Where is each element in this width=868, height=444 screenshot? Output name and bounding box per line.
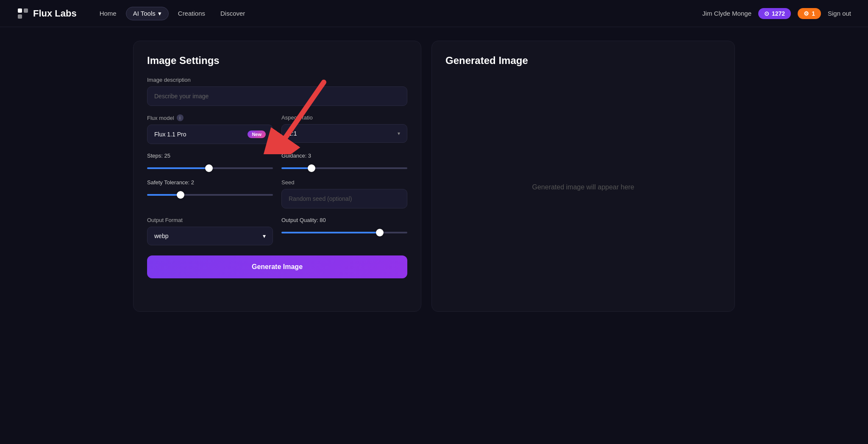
steps-col: Steps: 25 xyxy=(147,153,273,179)
steps-slider-container xyxy=(147,163,273,171)
flux-model-label: Flux model i xyxy=(147,114,273,121)
image-settings-panel: Image Settings Image description Flux mo… xyxy=(133,41,421,312)
safety-slider-container xyxy=(147,190,273,197)
output-row: Output Format webp ▾ Output Quality: 80 xyxy=(147,217,407,245)
chevron-down-icon: ▾ xyxy=(263,233,266,239)
logo[interactable]: Flux Labs xyxy=(17,8,77,19)
output-format-select[interactable]: webp ▾ xyxy=(147,227,273,245)
flux-model-select[interactable]: Flux 1.1 Pro New xyxy=(147,125,273,144)
svg-rect-2 xyxy=(18,14,22,19)
navbar: Flux Labs Home AI Tools ▾ Creations Disc… xyxy=(0,0,868,27)
nav-right: Jim Clyde Monge ⊙ 1272 ⚙ 1 Sign out xyxy=(702,8,851,19)
aspect-ratio-col: Aspect Ratio 1:1 ▾ xyxy=(281,114,407,153)
safety-col: Safety Tolerance: 2 xyxy=(147,179,273,208)
guidance-slider[interactable] xyxy=(281,167,407,169)
output-quality-slider[interactable] xyxy=(281,232,407,233)
generated-panel-title: Generated Image xyxy=(445,55,721,67)
output-quality-label: Output Quality: 80 xyxy=(281,217,407,223)
safety-seed-row: Safety Tolerance: 2 Seed xyxy=(147,179,407,208)
new-badge: New xyxy=(248,130,266,138)
steps-label: Steps: 25 xyxy=(147,153,273,159)
safety-slider[interactable] xyxy=(147,194,273,196)
aspect-ratio-select[interactable]: 1:1 ▾ xyxy=(281,124,407,143)
signout-button[interactable]: Sign out xyxy=(828,10,851,17)
generated-placeholder: Generated image will appear here xyxy=(445,77,721,298)
chevron-down-icon: ▾ xyxy=(158,10,161,17)
nav-discover[interactable]: Discover xyxy=(214,7,251,19)
credits-badge[interactable]: ⊙ 1272 xyxy=(758,8,791,19)
output-quality-col: Output Quality: 80 xyxy=(281,217,407,245)
nav-creations[interactable]: Creations xyxy=(172,7,211,19)
bell-icon: ⚙ xyxy=(804,10,809,17)
output-format-col: Output Format webp ▾ xyxy=(147,217,273,245)
generated-image-panel: Generated Image Generated image will app… xyxy=(431,41,735,312)
nav-links: Home AI Tools ▾ Creations Discover xyxy=(94,7,702,20)
output-quality-slider-container xyxy=(281,228,407,235)
guidance-col: Guidance: 3 xyxy=(281,153,407,179)
flux-model-col: Flux model i Flux 1.1 Pro New xyxy=(147,114,273,153)
username: Jim Clyde Monge xyxy=(702,10,751,17)
svg-rect-1 xyxy=(24,8,28,13)
model-ratio-row: Flux model i Flux 1.1 Pro New Aspect Rat… xyxy=(147,114,407,153)
image-description-input[interactable] xyxy=(147,86,407,106)
credits-count: 1272 xyxy=(772,10,785,17)
generate-button[interactable]: Generate Image xyxy=(147,255,407,278)
image-description-label: Image description xyxy=(147,77,407,83)
nav-home[interactable]: Home xyxy=(94,7,122,19)
steps-slider[interactable] xyxy=(147,167,273,169)
panel-title: Image Settings xyxy=(147,55,407,67)
nav-ai-tools[interactable]: AI Tools ▾ xyxy=(126,7,169,20)
aspect-ratio-label: Aspect Ratio xyxy=(281,114,407,121)
seed-input[interactable] xyxy=(281,189,407,208)
info-icon[interactable]: i xyxy=(177,114,184,121)
seed-col: Seed xyxy=(281,179,407,208)
notifications-badge[interactable]: ⚙ 1 xyxy=(798,8,821,19)
guidance-slider-container xyxy=(281,163,407,171)
notifications-count: 1 xyxy=(812,10,815,17)
credits-icon: ⊙ xyxy=(764,10,769,17)
main-content: Image Settings Image description Flux mo… xyxy=(116,27,752,325)
steps-guidance-row: Steps: 25 Guidance: 3 xyxy=(147,153,407,179)
logo-text: Flux Labs xyxy=(33,8,77,19)
guidance-label: Guidance: 3 xyxy=(281,153,407,159)
seed-label: Seed xyxy=(281,179,407,186)
output-format-label: Output Format xyxy=(147,217,273,223)
chevron-down-icon: ▾ xyxy=(398,130,400,136)
svg-rect-0 xyxy=(18,8,22,13)
safety-label: Safety Tolerance: 2 xyxy=(147,179,273,186)
